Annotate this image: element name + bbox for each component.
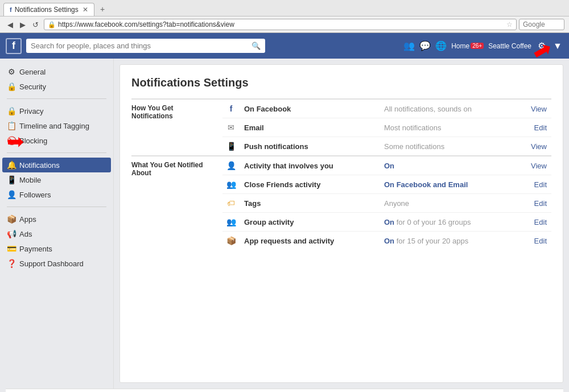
footer: About Create Ad Create Page Developers C… [6,389,563,392]
page-body: ➡ ⚙ General 🔒 Security 🔒 Privacy [0,59,569,392]
mobile-icon: 📱 [7,175,16,184]
main-content: Notifications Settings How You Get Notif… [119,64,563,383]
activity-view-link[interactable]: View [531,162,547,170]
activity-value: On [380,156,516,175]
messages-icon[interactable]: 💬 [419,40,431,52]
group-action-cell: Edit [516,213,551,232]
email-icon-cell: ✉ [222,118,240,137]
settings-icon[interactable]: ⚙ [536,40,547,52]
sidebar-item-payments[interactable]: 💳 Payments [0,241,113,256]
sidebar-item-ads[interactable]: 📢 Ads [0,226,113,241]
push-icon-cell: 📱 [222,137,240,156]
sidebar-item-apps[interactable]: 📦 Apps [0,212,113,226]
push-action-cell: View [516,137,551,156]
tags-icon: 🏷 [227,199,235,208]
sidebar-item-blocking[interactable]: 🚫 Blocking [0,133,113,148]
general-icon: ⚙ [7,67,16,76]
settings-table: How You Get Notifications f On Facebook … [131,98,551,250]
sidebar-section-notifications: 🔔 Notifications 📱 Mobile 👤 Followers [0,158,113,202]
browser-search-input[interactable] [519,19,564,30]
push-view-link[interactable]: View [531,142,547,151]
lock-icon: 🔒 [48,21,56,28]
sidebar-item-mobile[interactable]: 📱 Mobile [0,172,113,187]
sidebar-divider-1 [7,98,106,99]
group-icon: 👥 [226,217,236,226]
sidebar-item-general[interactable]: ⚙ General [0,64,113,79]
security-icon: 🔒 [7,82,16,91]
sidebar-label-notifications: Notifications [19,161,60,170]
close-friends-edit-link[interactable]: Edit [534,180,547,189]
globe-icon[interactable]: 🌐 [435,40,447,52]
fb-nav-right: 👥 💬 🌐 Home 26+ Seattle Coffee ⚙ ▼ [403,40,563,52]
sidebar-label-mobile: Mobile [19,176,41,184]
email-value: Most notifications [380,118,516,137]
activity-label: Activity that involves you [240,156,380,175]
section-what-header-row: What You Get Notified About 👤 Activity t… [131,156,551,175]
new-tab-button[interactable]: + [96,2,109,16]
close-friends-action-cell: Edit [516,175,551,194]
home-label: Home [451,42,469,50]
sidebar-section-apps: 📦 Apps 📢 Ads 💳 Payments ❓ Support Dashbo… [0,212,113,271]
section-how-header-row: How You Get Notifications f On Facebook … [131,99,551,118]
sidebar-divider-2 [7,152,106,153]
browser-chrome: f Notifications Settings ✕ + ◀ ▶ ↺ 🔒 htt… [0,0,569,33]
tags-edit-link[interactable]: Edit [534,199,547,208]
bookmark-icon: ☆ [506,20,513,28]
push-label: Push notifications [240,137,380,156]
notifications-icon: 🔔 [7,160,16,170]
tags-value: Anyone [380,194,516,213]
friends-activity-icon: 👥 [226,180,236,189]
on-facebook-view-link[interactable]: View [531,105,547,113]
sidebar-item-notifications[interactable]: 🔔 Notifications [2,158,111,172]
group-icon-cell: 👥 [222,213,240,232]
tab-fb-icon: f [10,6,12,13]
tags-icon-cell: 🏷 [222,194,240,213]
sidebar-label-followers: Followers [19,191,51,199]
sidebar-label-general: General [19,68,46,76]
browser-tab-active[interactable]: f Notifications Settings ✕ [3,3,94,16]
back-button[interactable]: ◀ [5,19,16,30]
sidebar-item-support[interactable]: ❓ Support Dashboard [0,256,113,271]
nav-options-icon[interactable]: ▼ [552,40,563,52]
app-icon-cell: 📦 [222,232,240,250]
fb-logo: f [6,38,22,54]
fb-search-bar[interactable]: 🔍 [26,39,265,53]
friends-icon-cell: 👥 [222,175,240,194]
sidebar-item-timeline[interactable]: 📋 Timeline and Tagging [0,118,113,133]
on-facebook-label: On Facebook [240,99,380,118]
sidebar-item-security[interactable]: 🔒 Security [0,79,113,94]
email-action-cell: Edit [516,118,551,137]
sidebar-section-account: ⚙ General 🔒 Security [0,64,113,94]
sidebar-divider-3 [7,207,106,207]
close-friends-label: Close Friends activity [240,175,380,194]
app-requests-action-cell: Edit [516,232,551,250]
sidebar-section-privacy: 🔒 Privacy 📋 Timeline and Tagging 🚫 Block… [0,104,113,148]
email-icon: ✉ [228,123,234,132]
activity-action-cell: View [516,156,551,175]
fb-search-icon: 🔍 [251,42,261,50]
payments-icon: 💳 [7,244,16,253]
sidebar-item-followers[interactable]: 👤 Followers [0,187,113,202]
fb-search-input[interactable] [31,42,251,50]
app-requests-edit-link[interactable]: Edit [534,237,547,245]
privacy-icon: 🔒 [7,106,16,115]
app-requests-icon: 📦 [226,236,236,245]
sidebar: ⚙ General 🔒 Security 🔒 Privacy 📋 Timelin… [0,59,114,389]
timeline-icon: 📋 [7,121,16,130]
support-icon: ❓ [7,259,16,268]
user-nav[interactable]: Seattle Coffee [488,42,531,50]
tab-close-button[interactable]: ✕ [83,6,88,14]
group-edit-link[interactable]: Edit [534,218,547,226]
fb-header: f 🔍 👥 💬 🌐 Home 26+ Seattle Coffee ⚙ ▼ [0,33,569,59]
address-bar[interactable]: 🔒 https://www.facebook.com/settings?tab=… [44,19,517,30]
email-edit-link[interactable]: Edit [534,123,547,132]
app-requests-value-on: On [384,237,394,245]
forward-button[interactable]: ▶ [17,19,28,30]
sidebar-item-privacy[interactable]: 🔒 Privacy [0,104,113,118]
home-nav[interactable]: Home 26+ [451,42,484,50]
refresh-button[interactable]: ↺ [30,19,42,30]
apps-icon: 📦 [7,214,16,224]
friends-icon[interactable]: 👥 [403,40,415,52]
on-facebook-value: All notifications, sounds on [380,99,516,118]
on-facebook-action-cell: View [516,99,551,118]
